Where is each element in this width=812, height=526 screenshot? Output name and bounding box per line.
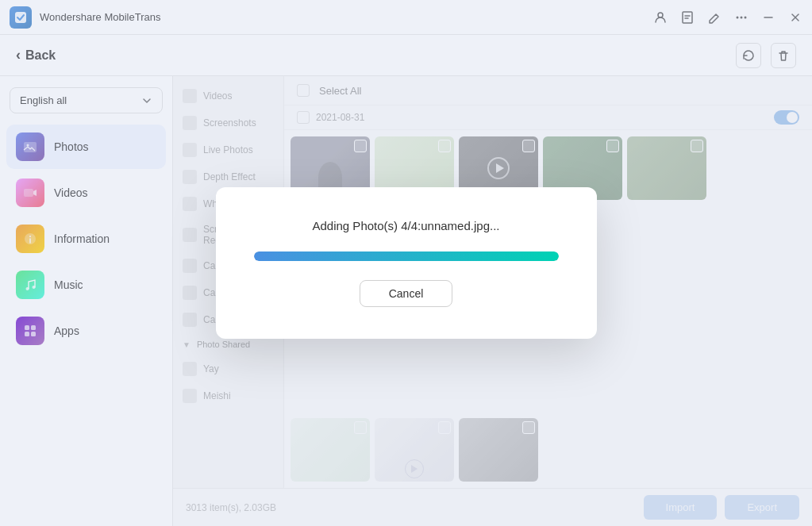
progress-dialog: Adding Photo(s) 4/4:unnamed.jpg... Cance… [216,187,597,339]
dialog-message: Adding Photo(s) 4/4:unnamed.jpg... [313,219,500,232]
progress-bar-container [254,251,559,261]
modal-overlay: Adding Photo(s) 4/4:unnamed.jpg... Cance… [0,0,812,526]
progress-bar-fill [254,251,559,261]
dialog-cancel-button[interactable]: Cancel [360,280,453,307]
